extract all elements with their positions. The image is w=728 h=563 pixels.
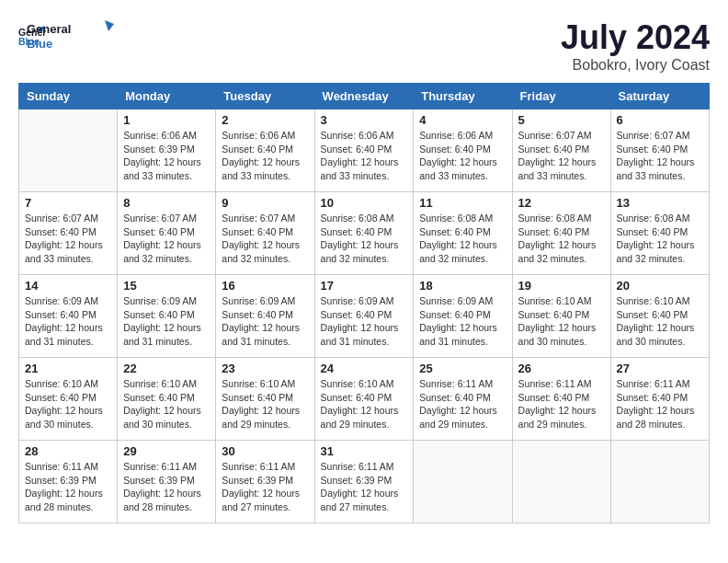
day-number: 3 — [321, 113, 408, 127]
cell-week2-day5: 11Sunrise: 6:08 AMSunset: 6:40 PMDayligh… — [414, 192, 512, 275]
cell-week3-day7: 20Sunrise: 6:10 AMSunset: 6:40 PMDayligh… — [610, 275, 709, 358]
week-row-1: 1Sunrise: 6:06 AMSunset: 6:39 PMDaylight… — [19, 109, 710, 192]
cell-week5-day6 — [512, 441, 610, 523]
day-info: Sunrise: 6:10 AMSunset: 6:40 PMDaylight:… — [123, 377, 210, 431]
title-block: July 2024 Bobokro, Ivory Coast — [561, 18, 710, 74]
col-monday: Monday — [118, 84, 216, 109]
day-number: 2 — [222, 113, 308, 127]
day-info: Sunrise: 6:09 AMSunset: 6:40 PMDaylight:… — [123, 294, 210, 349]
svg-text:Blue: Blue — [27, 37, 52, 51]
cell-week5-day2: 29Sunrise: 6:11 AMSunset: 6:39 PMDayligh… — [118, 441, 216, 523]
col-thursday: Thursday — [414, 84, 512, 109]
cell-week2-day3: 9Sunrise: 6:07 AMSunset: 6:40 PMDaylight… — [216, 192, 314, 275]
day-number: 14 — [25, 279, 111, 293]
day-number: 23 — [222, 362, 308, 375]
cell-week5-day1: 28Sunrise: 6:11 AMSunset: 6:39 PMDayligh… — [19, 441, 118, 523]
day-info: Sunrise: 6:09 AMSunset: 6:40 PMDaylight:… — [321, 294, 408, 349]
day-number: 20 — [617, 279, 703, 293]
cell-week4-day3: 23Sunrise: 6:10 AMSunset: 6:40 PMDayligh… — [216, 358, 314, 441]
day-number: 6 — [617, 113, 703, 127]
day-info: Sunrise: 6:11 AMSunset: 6:39 PMDaylight:… — [25, 460, 111, 514]
week-row-5: 28Sunrise: 6:11 AMSunset: 6:39 PMDayligh… — [19, 441, 710, 523]
cell-week2-day4: 10Sunrise: 6:08 AMSunset: 6:40 PMDayligh… — [314, 192, 414, 275]
cell-week1-day4: 3Sunrise: 6:06 AMSunset: 6:40 PMDaylight… — [314, 109, 414, 192]
day-info: Sunrise: 6:06 AMSunset: 6:40 PMDaylight:… — [321, 129, 408, 183]
day-info: Sunrise: 6:10 AMSunset: 6:40 PMDaylight:… — [222, 377, 308, 431]
day-info: Sunrise: 6:07 AMSunset: 6:40 PMDaylight:… — [222, 212, 308, 266]
cell-week4-day5: 25Sunrise: 6:11 AMSunset: 6:40 PMDayligh… — [414, 358, 512, 441]
week-row-3: 14Sunrise: 6:09 AMSunset: 6:40 PMDayligh… — [19, 275, 710, 358]
calendar-table: Sunday Monday Tuesday Wednesday Thursday… — [18, 83, 710, 523]
cell-week1-day2: 1Sunrise: 6:06 AMSunset: 6:39 PMDaylight… — [118, 109, 216, 192]
day-number: 4 — [419, 113, 506, 127]
col-sunday: Sunday — [19, 84, 118, 109]
day-number: 1 — [123, 113, 210, 127]
day-info: Sunrise: 6:08 AMSunset: 6:40 PMDaylight:… — [321, 212, 408, 266]
day-info: Sunrise: 6:06 AMSunset: 6:40 PMDaylight:… — [222, 129, 308, 183]
cell-week5-day5 — [414, 441, 512, 523]
day-info: Sunrise: 6:10 AMSunset: 6:40 PMDaylight:… — [617, 294, 703, 349]
day-number: 10 — [321, 196, 408, 210]
day-number: 7 — [25, 196, 111, 210]
day-info: Sunrise: 6:07 AMSunset: 6:40 PMDaylight:… — [123, 212, 210, 266]
day-info: Sunrise: 6:11 AMSunset: 6:39 PMDaylight:… — [123, 460, 210, 514]
col-friday: Friday — [512, 84, 610, 109]
day-number: 22 — [123, 362, 210, 375]
day-number: 15 — [123, 279, 210, 293]
day-number: 30 — [222, 444, 308, 458]
day-info: Sunrise: 6:08 AMSunset: 6:40 PMDaylight:… — [419, 212, 506, 266]
cell-week1-day6: 5Sunrise: 6:07 AMSunset: 6:40 PMDaylight… — [512, 109, 610, 192]
day-info: Sunrise: 6:10 AMSunset: 6:40 PMDaylight:… — [321, 377, 408, 431]
col-wednesday: Wednesday — [314, 84, 414, 109]
cell-week1-day5: 4Sunrise: 6:06 AMSunset: 6:40 PMDaylight… — [414, 109, 512, 192]
location-subtitle: Bobokro, Ivory Coast — [561, 57, 710, 74]
day-info: Sunrise: 6:09 AMSunset: 6:40 PMDaylight:… — [419, 294, 506, 349]
day-info: Sunrise: 6:10 AMSunset: 6:40 PMDaylight:… — [518, 294, 605, 349]
day-number: 11 — [419, 196, 506, 210]
logo: General Blue General Blue — [18, 18, 119, 55]
day-info: Sunrise: 6:07 AMSunset: 6:40 PMDaylight:… — [617, 129, 703, 183]
day-info: Sunrise: 6:08 AMSunset: 6:40 PMDaylight:… — [617, 212, 703, 266]
day-info: Sunrise: 6:10 AMSunset: 6:40 PMDaylight:… — [25, 377, 111, 431]
cell-week3-day1: 14Sunrise: 6:09 AMSunset: 6:40 PMDayligh… — [19, 275, 118, 358]
day-info: Sunrise: 6:11 AMSunset: 6:40 PMDaylight:… — [617, 377, 703, 431]
month-year-title: July 2024 — [561, 18, 710, 57]
cell-week4-day4: 24Sunrise: 6:10 AMSunset: 6:40 PMDayligh… — [314, 358, 414, 441]
day-number: 24 — [321, 362, 408, 375]
day-number: 28 — [25, 444, 111, 458]
day-info: Sunrise: 6:11 AMSunset: 6:39 PMDaylight:… — [321, 460, 408, 514]
day-number: 13 — [617, 196, 703, 210]
day-number: 12 — [518, 196, 605, 210]
cell-week4-day1: 21Sunrise: 6:10 AMSunset: 6:40 PMDayligh… — [19, 358, 118, 441]
cell-week4-day7: 27Sunrise: 6:11 AMSunset: 6:40 PMDayligh… — [610, 358, 709, 441]
cell-week3-day6: 19Sunrise: 6:10 AMSunset: 6:40 PMDayligh… — [512, 275, 610, 358]
day-number: 25 — [419, 362, 506, 375]
cell-week2-day7: 13Sunrise: 6:08 AMSunset: 6:40 PMDayligh… — [610, 192, 709, 275]
cell-week2-day1: 7Sunrise: 6:07 AMSunset: 6:40 PMDaylight… — [19, 192, 118, 275]
calendar-header-row: Sunday Monday Tuesday Wednesday Thursday… — [19, 84, 710, 109]
cell-week1-day1 — [19, 109, 118, 192]
day-number: 29 — [123, 444, 210, 458]
cell-week2-day2: 8Sunrise: 6:07 AMSunset: 6:40 PMDaylight… — [118, 192, 216, 275]
page-header: General Blue General Blue July 2024 Bobo… — [18, 18, 710, 74]
day-info: Sunrise: 6:06 AMSunset: 6:40 PMDaylight:… — [419, 129, 506, 183]
day-number: 27 — [617, 362, 703, 375]
cell-week4-day2: 22Sunrise: 6:10 AMSunset: 6:40 PMDayligh… — [118, 358, 216, 441]
day-number: 17 — [321, 279, 408, 293]
day-number: 21 — [25, 362, 111, 375]
week-row-4: 21Sunrise: 6:10 AMSunset: 6:40 PMDayligh… — [19, 358, 710, 441]
day-info: Sunrise: 6:06 AMSunset: 6:39 PMDaylight:… — [123, 129, 210, 183]
cell-week3-day3: 16Sunrise: 6:09 AMSunset: 6:40 PMDayligh… — [216, 275, 314, 358]
day-info: Sunrise: 6:11 AMSunset: 6:40 PMDaylight:… — [419, 377, 506, 431]
day-number: 18 — [419, 279, 506, 293]
week-row-2: 7Sunrise: 6:07 AMSunset: 6:40 PMDaylight… — [19, 192, 710, 275]
cell-week5-day7 — [610, 441, 709, 523]
day-info: Sunrise: 6:09 AMSunset: 6:40 PMDaylight:… — [222, 294, 308, 349]
day-number: 26 — [518, 362, 605, 375]
svg-text:General: General — [27, 22, 71, 36]
day-number: 8 — [123, 196, 210, 210]
day-info: Sunrise: 6:07 AMSunset: 6:40 PMDaylight:… — [25, 212, 111, 266]
cell-week5-day3: 30Sunrise: 6:11 AMSunset: 6:39 PMDayligh… — [216, 441, 314, 523]
cell-week4-day6: 26Sunrise: 6:11 AMSunset: 6:40 PMDayligh… — [512, 358, 610, 441]
col-tuesday: Tuesday — [216, 84, 314, 109]
